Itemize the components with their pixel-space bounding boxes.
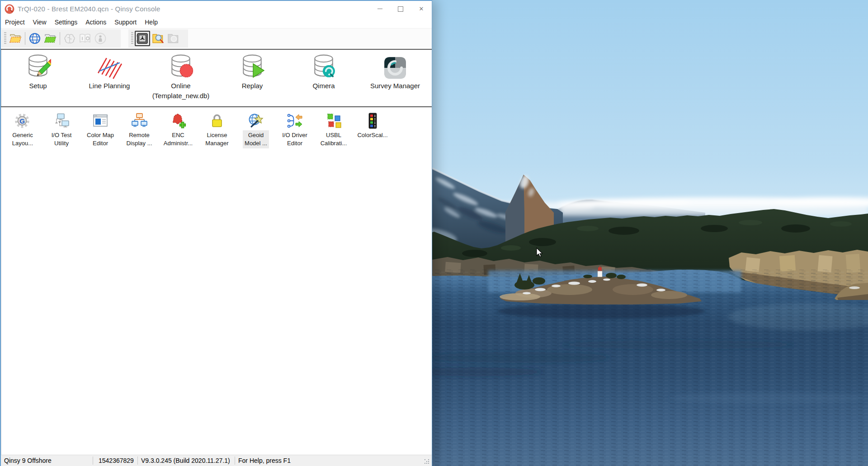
color-map-editor-icon bbox=[92, 113, 108, 129]
tool-label: Geoid bbox=[245, 131, 267, 139]
globe-button[interactable] bbox=[27, 31, 42, 46]
utilities-panel: G GenericLayou... I/O TestUtility bbox=[1, 107, 432, 455]
database-replay-icon bbox=[239, 53, 265, 80]
resize-grip[interactable] bbox=[425, 459, 430, 465]
license-manager-icon bbox=[209, 113, 225, 129]
launcher-label: Setup bbox=[2, 81, 74, 91]
tool-geoid-model[interactable]: GeoidModel ... bbox=[236, 112, 275, 148]
open-project-folder-icon bbox=[9, 32, 22, 45]
tool-label: ENC bbox=[164, 131, 193, 139]
status-serial: 1542367829 bbox=[93, 455, 137, 466]
tool-label: Manager bbox=[205, 139, 228, 147]
folder-search-icon bbox=[151, 32, 164, 45]
tool-generic-layout[interactable]: G GenericLayou... bbox=[3, 112, 42, 148]
brain-icon bbox=[63, 32, 76, 45]
toolbar-grip[interactable] bbox=[4, 32, 6, 45]
toolbar-separator bbox=[25, 32, 25, 45]
launcher-item-qimera[interactable]: Qimera bbox=[288, 52, 359, 106]
status-version: V9.3.0.245 (Build 2020.11.27.1) bbox=[138, 455, 235, 466]
tool-enc-administrator[interactable]: ENCAdministr... bbox=[159, 112, 198, 148]
qinsy-console-window: TrQI-020 - Brest EM2040.qcn - Qinsy Cons… bbox=[0, 0, 432, 466]
io-test-utility-icon bbox=[53, 113, 70, 129]
launcher-item-replay[interactable]: Replay bbox=[217, 52, 288, 106]
launcher-label: Survey Manager bbox=[359, 81, 431, 91]
io-manual-button[interactable] bbox=[77, 31, 93, 46]
menu-bar: Project View Settings Actions Support He… bbox=[1, 17, 432, 29]
remote-display-icon bbox=[131, 113, 147, 129]
menu-actions[interactable]: Actions bbox=[81, 17, 110, 28]
knowledge-base-button[interactable] bbox=[62, 31, 77, 46]
tool-label: Display ... bbox=[126, 139, 152, 147]
tool-color-map-editor[interactable]: Color MapEditor bbox=[81, 112, 120, 148]
svg-text:G: G bbox=[19, 117, 25, 125]
launcher-label: Online bbox=[145, 81, 217, 91]
tool-colorscale[interactable]: ColorScal... bbox=[353, 112, 392, 140]
qimera-icon bbox=[311, 53, 337, 80]
launcher-label: Qimera bbox=[288, 81, 359, 91]
tool-label: Utility bbox=[52, 139, 72, 147]
launcher-label: Line Planning bbox=[74, 81, 145, 91]
tool-label: USBL bbox=[321, 131, 347, 139]
menu-support[interactable]: Support bbox=[110, 17, 141, 28]
menu-help[interactable]: Help bbox=[141, 17, 162, 28]
status-bar: Qinsy 9 Offshore 1542367829 V9.3.0.245 (… bbox=[1, 455, 432, 466]
tool-label: Remote bbox=[126, 131, 152, 139]
tool-label: Editor bbox=[87, 139, 114, 147]
open-template-button[interactable] bbox=[42, 31, 58, 46]
status-product: Qinsy 9 Offshore bbox=[1, 455, 93, 466]
person-info-icon bbox=[94, 32, 107, 45]
launcher-item-setup[interactable]: Setup bbox=[2, 52, 74, 106]
survey-manager-icon bbox=[383, 56, 407, 80]
launcher-sublabel: (Template_new.db) bbox=[145, 91, 217, 101]
toolbar bbox=[1, 29, 432, 48]
tool-io-test-utility[interactable]: I/O TestUtility bbox=[42, 112, 81, 148]
globe-icon bbox=[28, 32, 41, 45]
toolbar-group-project bbox=[1, 29, 121, 48]
launcher-item-survey-manager[interactable]: Survey Manager bbox=[359, 52, 431, 106]
tool-label: Layou... bbox=[12, 139, 33, 147]
tool-usbl-calibration[interactable]: USBLCalibrati... bbox=[314, 112, 353, 148]
menu-settings[interactable]: Settings bbox=[51, 17, 82, 28]
launcher-panel: Setup Line Planning bbox=[1, 50, 432, 106]
menu-view[interactable]: View bbox=[29, 17, 51, 28]
enc-administrator-icon bbox=[170, 113, 186, 129]
tool-label: ColorScal... bbox=[357, 131, 387, 139]
launcher-item-online[interactable]: Online(Template_new.db) bbox=[145, 52, 217, 106]
line-planning-icon bbox=[96, 53, 123, 80]
maximize-button[interactable] bbox=[390, 1, 411, 17]
database-online-icon bbox=[168, 53, 194, 80]
toolbar-grip[interactable] bbox=[131, 32, 133, 45]
database-safe-button[interactable] bbox=[135, 31, 150, 46]
launcher-item-line-planning[interactable]: Line Planning bbox=[74, 52, 145, 106]
tool-io-driver-editor[interactable]: I/O DriverEditor bbox=[275, 112, 314, 148]
minimize-button[interactable] bbox=[369, 1, 390, 17]
about-info-button[interactable] bbox=[93, 31, 108, 46]
tool-label: Color Map bbox=[87, 131, 114, 139]
tool-label: Calibrati... bbox=[321, 139, 347, 147]
tool-license-manager[interactable]: LicenseManager bbox=[198, 112, 236, 148]
geoid-model-icon bbox=[248, 113, 264, 129]
menu-project[interactable]: Project bbox=[1, 17, 29, 28]
tool-label: I/O Driver bbox=[282, 131, 307, 139]
launcher-label: Replay bbox=[217, 81, 288, 91]
close-button[interactable]: ✕ bbox=[411, 1, 432, 17]
tool-label: License bbox=[205, 131, 228, 139]
tool-label: Administr... bbox=[164, 139, 193, 147]
open-project-button[interactable] bbox=[8, 31, 23, 46]
folder-disabled-icon bbox=[167, 32, 179, 45]
tool-label: I/O Test bbox=[52, 131, 72, 139]
status-help-hint: For Help, press F1 bbox=[235, 455, 432, 466]
colorscale-icon bbox=[364, 113, 381, 129]
open-template-folder-icon bbox=[44, 32, 57, 45]
qinsy-logo-icon bbox=[5, 4, 14, 14]
tool-remote-display[interactable]: RemoteDisplay ... bbox=[120, 112, 159, 148]
title-bar[interactable]: TrQI-020 - Brest EM2040.qcn - Qinsy Cons… bbox=[1, 1, 432, 17]
database-safe-icon bbox=[136, 32, 149, 45]
io-book-icon bbox=[79, 32, 91, 45]
tool-label: Generic bbox=[12, 131, 33, 139]
io-driver-editor-icon bbox=[287, 113, 303, 129]
browse-database-button[interactable] bbox=[150, 31, 165, 46]
tool-label: Model ... bbox=[245, 139, 267, 147]
toolbar-separator bbox=[60, 32, 60, 45]
recent-database-button[interactable] bbox=[165, 31, 181, 46]
